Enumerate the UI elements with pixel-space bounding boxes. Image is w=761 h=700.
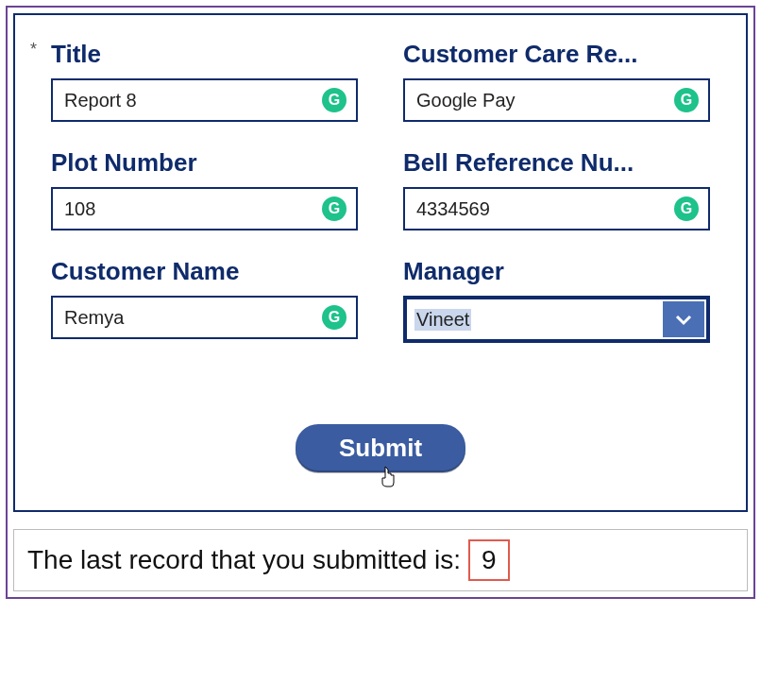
plot-number-input-wrap[interactable]: G — [51, 187, 358, 230]
grammarly-icon[interactable]: G — [322, 196, 347, 221]
bell-ref-input[interactable] — [405, 189, 674, 229]
customer-name-input[interactable] — [53, 298, 322, 337]
plot-number-input[interactable] — [53, 189, 322, 229]
manager-selected-text: Vineet — [414, 309, 471, 331]
bell-ref-input-wrap[interactable]: G — [403, 187, 710, 230]
title-label: Title — [51, 40, 358, 69]
grammarly-icon[interactable]: G — [322, 305, 347, 330]
status-bar: The last record that you submitted is: 9 — [13, 529, 748, 591]
customer-care-input[interactable] — [405, 80, 674, 120]
field-plot-number: Plot Number G — [51, 148, 358, 230]
title-input[interactable] — [53, 80, 322, 120]
customer-care-input-wrap[interactable]: G — [403, 78, 710, 122]
customer-name-label: Customer Name — [51, 257, 358, 286]
manager-select[interactable]: Vineet — [403, 296, 710, 343]
chevron-down-icon[interactable] — [663, 301, 704, 337]
form-grid: Title G Customer Care Re... G Plot Numbe… — [51, 40, 710, 343]
outer-container: Title G Customer Care Re... G Plot Numbe… — [6, 6, 755, 599]
customer-name-input-wrap[interactable]: G — [51, 296, 358, 339]
field-customer-name: Customer Name G — [51, 257, 358, 343]
field-manager: Manager Vineet — [403, 257, 710, 343]
status-value: 9 — [468, 539, 510, 581]
plot-number-label: Plot Number — [51, 148, 358, 178]
field-bell-ref: Bell Reference Nu... G — [403, 148, 710, 230]
title-input-wrap[interactable]: G — [51, 78, 358, 122]
field-title: Title G — [51, 40, 358, 122]
submit-row: Submit — [51, 424, 710, 472]
grammarly-icon[interactable]: G — [674, 196, 699, 221]
grammarly-icon[interactable]: G — [674, 88, 699, 112]
manager-selected-value: Vineet — [407, 299, 661, 339]
status-prefix: The last record that you submitted is: — [27, 545, 461, 575]
customer-care-label: Customer Care Re... — [403, 40, 710, 69]
field-customer-care: Customer Care Re... G — [403, 40, 710, 122]
grammarly-icon[interactable]: G — [322, 88, 347, 112]
manager-label: Manager — [403, 257, 710, 286]
bell-ref-label: Bell Reference Nu... — [403, 148, 710, 178]
form-container: Title G Customer Care Re... G Plot Numbe… — [13, 13, 748, 512]
cursor-icon — [379, 466, 397, 488]
